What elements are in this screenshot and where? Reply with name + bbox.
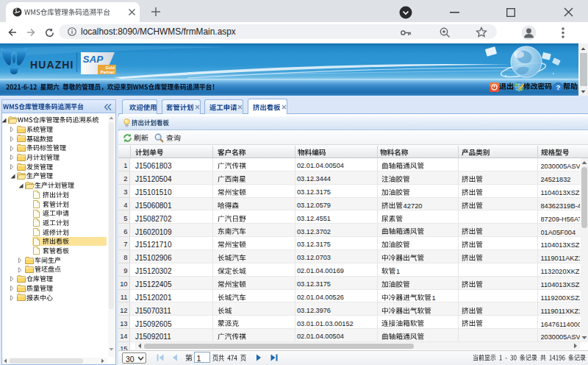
svg-text:SAP: SAP: [83, 54, 104, 65]
svg-text:?: ?: [556, 83, 561, 91]
svg-text:Partner: Partner: [101, 70, 115, 74]
